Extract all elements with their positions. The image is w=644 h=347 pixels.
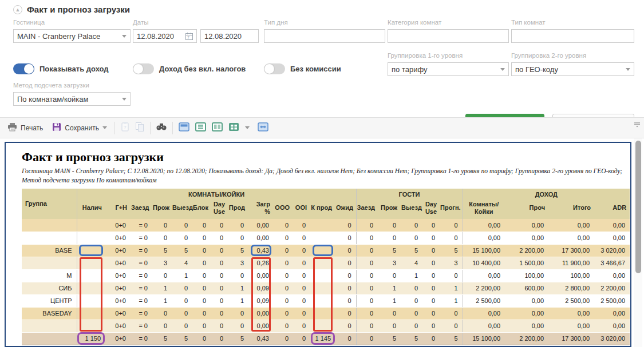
group-header: Группа xyxy=(22,189,77,219)
table-cell: 0+0 xyxy=(105,307,131,320)
method-label: Метод подсчета загрузки xyxy=(13,82,131,90)
table-cell: 100,00 xyxy=(505,269,548,282)
table-cell: 0 xyxy=(192,219,211,232)
table-cell xyxy=(77,282,105,294)
table-row: ЦЕНТР0+0= 0100010,09000010012 500,000,00… xyxy=(22,294,630,307)
vertical-scrollbar[interactable] xyxy=(634,138,642,347)
paste-icon: ? xyxy=(121,122,129,134)
table-cell: 0 xyxy=(192,269,211,282)
save-icon xyxy=(52,122,61,133)
table-cell: 0,43 xyxy=(248,332,274,345)
method-select[interactable]: По комнатам/койкам xyxy=(13,92,131,106)
table-cell: 0,00 xyxy=(463,320,505,332)
table-cell: 0+0 xyxy=(105,269,131,282)
table-cell: 0 xyxy=(228,232,248,244)
table-cell: 0 xyxy=(293,282,310,294)
grouping1-field: Группировка 1-го уровня по тарифу xyxy=(388,52,509,76)
income-no-tax-toggle[interactable] xyxy=(133,63,154,74)
print-button[interactable]: Печать xyxy=(6,121,45,134)
table-cell: 0 xyxy=(401,294,422,307)
copy-icon xyxy=(135,122,144,134)
table-cell: 0 xyxy=(274,294,293,307)
table-cell: 0 xyxy=(378,232,401,244)
save-button[interactable]: Сохранить xyxy=(50,121,109,134)
report-table-body: 0+0= 0000000,00000000000,000,000,000,000… xyxy=(22,219,630,345)
date-from-input[interactable]: 12.08.2020 7 xyxy=(133,29,197,43)
room-category-input[interactable] xyxy=(388,29,509,43)
table-cell: 0,00 xyxy=(594,320,630,332)
chevron-down-icon[interactable] xyxy=(245,126,250,129)
table-cell: 0 xyxy=(172,232,192,244)
day-type-input[interactable] xyxy=(264,29,385,43)
report-subtitle: Гостиница MAIN - Cranberry Palace; С 12.… xyxy=(22,166,624,185)
table-cell: 0 xyxy=(192,282,211,294)
toolbar-separator xyxy=(150,122,151,134)
table-cell: 0 xyxy=(440,269,463,282)
table-cell: 0 xyxy=(211,232,228,244)
table-cell: 5 xyxy=(228,332,248,345)
table-cell: 2 500,00 xyxy=(594,294,630,307)
view-grid-icon[interactable] xyxy=(228,122,239,134)
table-cell: 0 xyxy=(274,244,293,257)
report-table-wrap: ГруппаКОМНАТЫ/КОЙКИГОСТИДОХОДНаличГ+НЗае… xyxy=(22,189,630,345)
table-cell: 0 xyxy=(211,219,228,232)
svg-text:?: ? xyxy=(124,125,127,130)
svg-text:7: 7 xyxy=(187,35,189,39)
scrollbar-thumb[interactable] xyxy=(635,141,641,273)
table-cell: 0,00 xyxy=(463,307,505,320)
splitter-handle[interactable] xyxy=(634,119,641,130)
table-cell: 1 xyxy=(228,294,248,307)
show-income-toggle[interactable] xyxy=(13,63,34,74)
hotel-select[interactable]: MAIN - Cranberry Palace xyxy=(13,29,131,43)
group-header: КОМНАТЫ/КОЙКИ xyxy=(77,189,356,198)
day-type-label: Тип дня xyxy=(264,19,385,27)
fit-width-icon[interactable] xyxy=(258,122,268,134)
toolbar-separator xyxy=(114,122,115,134)
dates-label: Даты xyxy=(133,19,262,27)
table-cell: 0 xyxy=(422,282,440,294)
view-columns-icon[interactable] xyxy=(212,122,223,134)
table-cell: 0 xyxy=(274,282,293,294)
table-cell: 0 xyxy=(335,257,356,269)
table-cell: 3 020,00 xyxy=(594,244,630,257)
table-cell: 0 xyxy=(172,282,192,294)
no-commission-label: Без комиссии xyxy=(290,65,341,73)
table-cell: 0 xyxy=(293,294,310,307)
date-to-input[interactable]: 12.08.2020 xyxy=(200,29,259,43)
table-cell: 0 xyxy=(211,332,228,345)
calendar-icon[interactable]: 7 xyxy=(185,33,193,40)
table-cell: 17 300,00 xyxy=(548,332,594,345)
column-header: Выезд xyxy=(401,198,422,219)
room-type-input[interactable] xyxy=(511,29,634,43)
table-cell: 0 xyxy=(422,294,440,307)
table-cell: 0,00 xyxy=(248,307,274,320)
table-cell: 0 xyxy=(356,269,378,282)
table-cell: 0 xyxy=(440,232,463,244)
table-cell: 2 200,00 xyxy=(505,244,548,257)
table-cell: 0,00 xyxy=(594,269,630,282)
view-list-icon[interactable] xyxy=(195,122,206,134)
table-cell: 0 xyxy=(172,219,192,232)
table-cell: 0+0 xyxy=(105,294,131,307)
table-cell: 0 xyxy=(172,307,192,320)
table-cell: 1 150 xyxy=(77,332,105,345)
grouping1-label: Группировка 1-го уровня xyxy=(388,52,509,60)
table-cell: 0 xyxy=(152,232,172,244)
grouping1-select[interactable]: по тарифу xyxy=(388,62,509,76)
table-row: 0+0= 0340030,260000340310 400,001 500,00… xyxy=(22,257,630,269)
table-cell: 0,00 xyxy=(248,219,274,232)
table-cell: 0 xyxy=(152,320,172,332)
table-cell: 3 xyxy=(440,257,463,269)
column-header: Выезд xyxy=(172,198,192,219)
collapse-panel-icon[interactable]: ▲ xyxy=(13,5,22,14)
search-icon[interactable] xyxy=(156,122,167,133)
table-cell: 0 xyxy=(378,219,401,232)
grouping2-select[interactable]: по ГЕО-коду xyxy=(511,62,634,76)
view-card-icon[interactable] xyxy=(179,122,189,134)
no-commission-toggle[interactable] xyxy=(264,63,285,74)
table-cell: 0 xyxy=(401,320,422,332)
table-cell: 0 xyxy=(335,307,356,320)
report-toolbar: Печать Сохранить ? xyxy=(0,117,644,138)
table-cell xyxy=(22,320,77,332)
column-header: Day Use xyxy=(211,198,228,219)
